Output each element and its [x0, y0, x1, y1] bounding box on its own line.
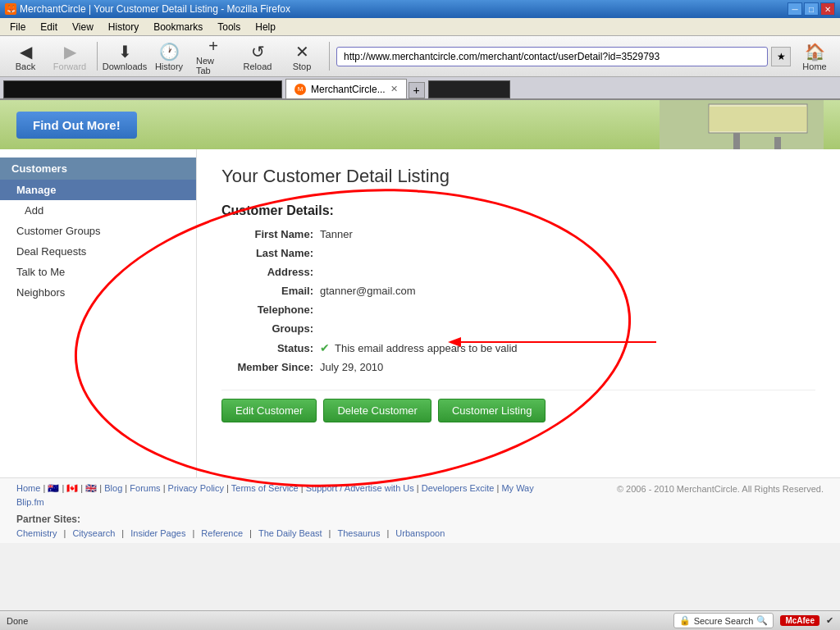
footer-link-terms[interactable]: Terms of Service — [231, 483, 299, 493]
menu-help[interactable]: Help — [249, 20, 282, 34]
tab-close-button[interactable]: ✕ — [390, 84, 398, 94]
label-groups: Groups: — [221, 322, 320, 335]
mcafee-badge: McAfee — [780, 615, 819, 626]
back-button[interactable]: ◀ Back — [5, 39, 46, 75]
stop-button[interactable]: ✕ Stop — [281, 39, 322, 75]
status-bar: Done 🔒 Secure Search 🔍 McAfee ✔ — [0, 610, 840, 630]
label-email: Email: — [221, 285, 320, 297]
partner-daily-beast[interactable]: The Daily Beast — [258, 528, 322, 538]
new-tab-button[interactable]: + New Tab — [193, 34, 234, 79]
menu-tools[interactable]: Tools — [211, 20, 247, 34]
field-groups: Groups: — [221, 322, 815, 335]
sidebar-item-deal-requests[interactable]: Deal Requests — [0, 241, 196, 262]
menu-file[interactable]: File — [3, 20, 32, 34]
footer-link-blog[interactable]: Blog — [104, 483, 122, 493]
secure-search-label: Secure Search — [694, 616, 754, 626]
new-tab-icon: + — [208, 37, 218, 56]
footer-blip: Blip.fm — [16, 497, 824, 507]
toolbar-separator — [97, 42, 98, 71]
active-tab[interactable]: M MerchantCircle... ✕ — [285, 79, 407, 98]
sidebar-item-manage[interactable]: Manage — [0, 180, 196, 200]
sidebar-item-neighbors[interactable]: Neighbors — [0, 282, 196, 303]
tab-label: MerchantCircle... — [311, 84, 386, 95]
label-telephone: Telephone: — [221, 304, 320, 316]
value-first-name: Tanner — [320, 228, 353, 240]
new-tab-button-tab[interactable]: + — [409, 82, 425, 98]
search-icon: 🔍 — [756, 615, 768, 626]
close-button[interactable]: ✕ — [820, 2, 835, 16]
footer-link-support[interactable]: Support / Advertise with Us — [306, 483, 414, 493]
footer-link-flag-ca[interactable]: 🇨🇦 — [66, 483, 78, 493]
svg-rect-3 — [774, 137, 781, 149]
label-member-since: Member Since: — [221, 361, 320, 373]
downloads-button[interactable]: ⬇ Downloads — [104, 39, 145, 75]
banner: Find Out More! — [0, 100, 840, 149]
stop-label: Stop — [293, 62, 312, 71]
delete-customer-button[interactable]: Delete Customer — [323, 399, 431, 422]
forward-button[interactable]: ▶ Forward — [49, 39, 90, 75]
toolbar-separator-2 — [329, 42, 330, 71]
footer-link-home[interactable]: Home — [16, 483, 40, 493]
secure-search-bar[interactable]: 🔒 Secure Search 🔍 — [673, 613, 774, 628]
menu-bookmarks[interactable]: Bookmarks — [147, 20, 209, 34]
action-buttons: Edit Customer Delete Customer Customer L… — [221, 390, 815, 422]
status-text: This email address appears to be valid — [335, 342, 518, 354]
value-email: gtanner@gmail.com — [320, 285, 416, 297]
partner-sites: Partner Sites: Chemistry | Citysearch | … — [16, 514, 824, 538]
section-header: Customer Details: — [221, 203, 815, 218]
go-button[interactable]: ★ — [771, 47, 791, 66]
footer-link-privacy[interactable]: Privacy Policy — [168, 483, 224, 493]
partner-chemistry[interactable]: Chemistry — [16, 528, 57, 538]
partner-insider-pages[interactable]: Insider Pages — [130, 528, 185, 538]
address-bar[interactable]: http://www.merchantcircle.com/merchant/c… — [336, 47, 768, 66]
footer-link-developers[interactable]: Developers Excite — [422, 483, 495, 493]
app-icon: 🦊 — [5, 3, 16, 15]
find-out-more-button[interactable]: Find Out More! — [16, 112, 137, 139]
footer-link-blip[interactable]: Blip.fm — [16, 497, 44, 507]
menu-bar: File Edit View History Bookmarks Tools H… — [0, 18, 840, 36]
label-last-name: Last Name: — [221, 247, 320, 259]
footer-links: Home | 🇦🇺 | 🇨🇦 | 🇬🇧 | Blog | Forums | Pr… — [16, 483, 824, 494]
partner-reference[interactable]: Reference — [201, 528, 243, 538]
edit-customer-button[interactable]: Edit Customer — [221, 399, 317, 422]
address-bar-area: http://www.merchantcircle.com/merchant/c… — [336, 47, 791, 66]
reload-label: Reload — [244, 62, 272, 71]
sidebar-item-add[interactable]: Add — [0, 200, 196, 221]
footer-copyright: © 2006 - 2010 MerchantCircle. All Rights… — [617, 484, 824, 494]
history-button[interactable]: 🕐 History — [148, 39, 189, 75]
value-status: ✔ This email address appears to be valid — [320, 341, 518, 354]
downloads-label: Downloads — [103, 62, 147, 71]
forward-label: Forward — [53, 62, 86, 71]
minimize-button[interactable]: ─ — [788, 2, 802, 16]
new-tab-label: New Tab — [196, 56, 231, 75]
sidebar-item-talk-to-me[interactable]: Talk to Me — [0, 262, 196, 282]
stop-icon: ✕ — [295, 42, 309, 62]
menu-view[interactable]: View — [66, 20, 100, 34]
partner-urbanspoon[interactable]: Urbanspoon — [395, 528, 445, 538]
reload-icon: ↺ — [251, 42, 265, 62]
home-button[interactable]: 🏠 Home — [794, 39, 835, 75]
window-controls: ─ □ ✕ — [788, 2, 835, 16]
page-content: Find Out More! Customers Manage Add Cust… — [0, 100, 840, 543]
footer-link-forums[interactable]: Forums — [130, 483, 160, 493]
menu-edit[interactable]: Edit — [34, 20, 64, 34]
main-layout: Customers Manage Add Customer Groups Dea… — [0, 149, 840, 477]
menu-history[interactable]: History — [102, 20, 145, 34]
maximize-button[interactable]: □ — [804, 2, 819, 16]
partner-citysearch[interactable]: Citysearch — [72, 528, 115, 538]
partner-links-list: Chemistry | Citysearch | Insider Pages |… — [16, 528, 824, 538]
sidebar-item-customer-groups[interactable]: Customer Groups — [0, 221, 196, 241]
page-title: Your Customer Detail Listing — [221, 166, 815, 187]
mcafee-verified-icon: ✔ — [826, 615, 833, 626]
partner-thesaurus[interactable]: Thesaurus — [337, 528, 380, 538]
tab-search-right[interactable] — [428, 80, 510, 98]
status-left: Done — [7, 616, 28, 626]
customer-listing-button[interactable]: Customer Listing — [438, 399, 546, 422]
reload-button[interactable]: ↺ Reload — [237, 39, 278, 75]
footer-link-myway[interactable]: My Way — [501, 483, 533, 493]
footer-link-flag-uk[interactable]: 🇬🇧 — [85, 483, 97, 493]
tab-search-left[interactable] — [3, 80, 282, 98]
footer-link-flag-au[interactable]: 🇦🇺 — [48, 483, 59, 493]
field-address: Address: — [221, 266, 815, 278]
title-bar: 🦊 MerchantCircle | Your Customer Detail … — [0, 0, 840, 18]
